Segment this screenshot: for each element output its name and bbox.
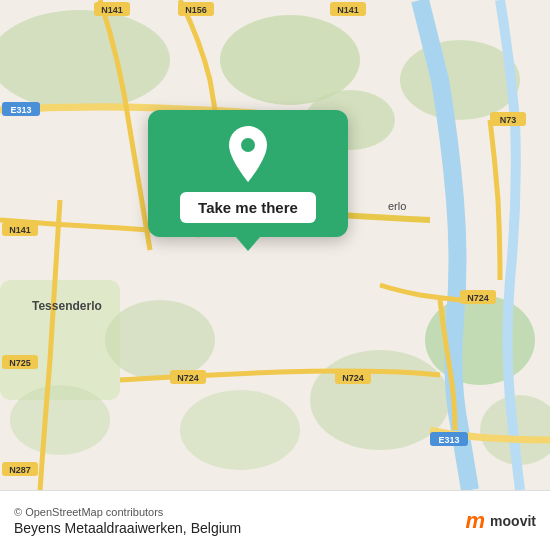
bottom-bar: © OpenStreetMap contributors Beyens Meta…	[0, 490, 550, 550]
attribution-text: © OpenStreetMap contributors	[14, 506, 241, 518]
take-me-there-button[interactable]: Take me there	[180, 192, 316, 223]
svg-point-3	[400, 40, 520, 120]
svg-text:E313: E313	[10, 105, 31, 115]
map-svg: E313 N141 N156 N141 N141 N725 N287 N724 …	[0, 0, 550, 490]
svg-text:N724: N724	[467, 293, 489, 303]
svg-point-10	[180, 390, 300, 470]
svg-text:N725: N725	[9, 358, 31, 368]
moovit-brand-text: moovit	[490, 513, 536, 529]
svg-point-38	[241, 138, 255, 152]
location-icon-wrap	[222, 128, 274, 180]
bottom-left-info: © OpenStreetMap contributors Beyens Meta…	[14, 506, 241, 536]
svg-text:N141: N141	[337, 5, 359, 15]
svg-text:N287: N287	[9, 465, 31, 475]
svg-text:E313: E313	[438, 435, 459, 445]
place-name: Beyens Metaaldraaiwerken, Belgium	[14, 520, 241, 536]
location-popup: Take me there	[148, 110, 348, 237]
svg-point-5	[105, 300, 215, 380]
svg-text:N724: N724	[342, 373, 364, 383]
svg-text:erlo: erlo	[388, 200, 406, 212]
moovit-logo: m moovit	[466, 510, 536, 532]
svg-point-9	[10, 385, 110, 455]
location-pin-icon	[224, 126, 272, 182]
map-view[interactable]: E313 N141 N156 N141 N141 N725 N287 N724 …	[0, 0, 550, 490]
svg-rect-4	[0, 280, 120, 400]
svg-point-6	[310, 350, 450, 450]
svg-text:N73: N73	[500, 115, 517, 125]
svg-text:N156: N156	[185, 5, 207, 15]
svg-text:N141: N141	[9, 225, 31, 235]
svg-text:N141: N141	[101, 5, 123, 15]
svg-text:Tessenderlo: Tessenderlo	[32, 299, 102, 313]
svg-text:N724: N724	[177, 373, 199, 383]
moovit-m-icon: m	[466, 510, 486, 532]
